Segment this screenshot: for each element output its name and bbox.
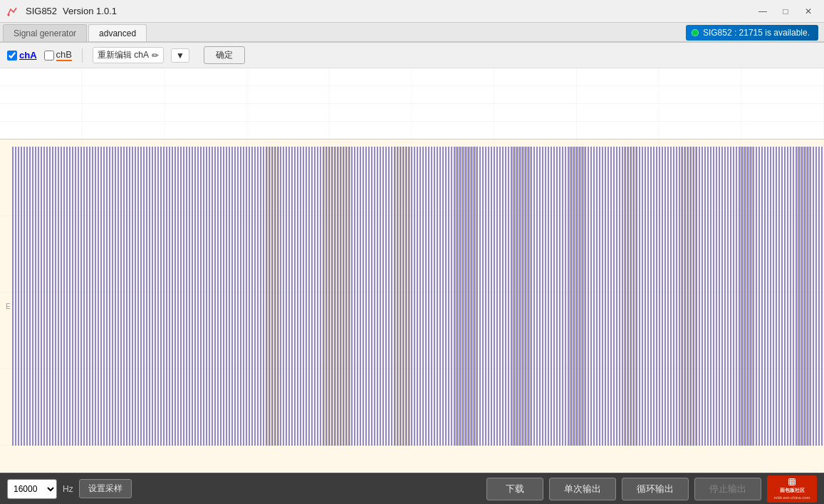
sample-rate-select[interactable]: 16000 8000 22050 44100 48000	[7, 479, 57, 499]
axis-marker: E	[6, 303, 11, 310]
minimize-button[interactable]: —	[753, 4, 773, 19]
community-badge: 面包板社区 mbb.eet-china.com	[767, 476, 817, 503]
svg-point-0	[8, 14, 10, 16]
cha-checkbox-item[interactable]: chA	[7, 50, 37, 61]
chb-checkbox[interactable]	[44, 51, 54, 61]
stop-output-button[interactable]: 停止输出	[694, 478, 761, 500]
chb-checkbox-item[interactable]: chB	[44, 49, 72, 61]
window-controls: — □ ✕	[753, 4, 818, 19]
cha-label: chA	[19, 50, 37, 61]
svg-rect-5	[0, 68, 824, 139]
tab-advanced-label: advanced	[99, 28, 136, 38]
bottom-bar: 16000 8000 22050 44100 48000 Hz 设置采样 下载 …	[0, 473, 824, 504]
loop-output-button[interactable]: 循环输出	[622, 478, 689, 500]
chb-label: chB	[56, 49, 72, 60]
set-sample-button[interactable]: 设置采样	[79, 479, 132, 498]
single-output-button[interactable]: 单次输出	[549, 478, 616, 500]
app-title: SIG852	[26, 6, 57, 16]
cha-checkbox[interactable]	[7, 51, 17, 61]
toolbar-sep	[82, 48, 83, 63]
status-dot	[692, 29, 699, 36]
main-window: Signal generator advanced SIG852 : 21715…	[0, 23, 824, 504]
title-bar: SIG852 Version 1.0.1 — □ ✕	[0, 0, 824, 23]
chb-underline	[56, 60, 72, 61]
maximize-button[interactable]: □	[776, 4, 796, 19]
community-name: 面包板社区	[780, 487, 805, 494]
edit-cha-button[interactable]: 重新编辑 chA ✏	[93, 47, 164, 63]
dropdown-button[interactable]: ▼	[171, 48, 189, 63]
app-icon	[6, 4, 20, 19]
hz-label: Hz	[63, 484, 73, 494]
tab-signal-generator-label: Signal generator	[14, 28, 76, 38]
dropdown-icon: ▼	[176, 51, 184, 61]
community-logo: 面包板社区 mbb.eet-china.com	[767, 476, 817, 503]
status-text: SIG852 : 21715 is available.	[703, 28, 810, 38]
close-button[interactable]: ✕	[798, 4, 818, 19]
pencil-icon: ✏	[152, 51, 159, 61]
tab-bar: Signal generator advanced SIG852 : 21715…	[0, 23, 824, 43]
waveform-top-area	[0, 68, 824, 140]
tab-advanced[interactable]: advanced	[88, 24, 147, 41]
toolbar: chA chB 重新编辑 chA ✏ ▼ 确定	[0, 43, 824, 68]
waveform-svg	[0, 140, 824, 446]
waveform-main-area: E	[0, 140, 824, 473]
community-url: mbb.eet-china.com	[773, 495, 810, 500]
download-button[interactable]: 下载	[486, 478, 543, 500]
app-version: Version 1.0.1	[63, 6, 117, 16]
tab-signal-generator[interactable]: Signal generator	[3, 24, 87, 41]
status-badge: SIG852 : 21715 is available.	[686, 25, 818, 41]
waveform-top-svg	[0, 68, 824, 139]
edit-cha-label: 重新编辑 chA	[98, 49, 149, 61]
confirm-button[interactable]: 确定	[204, 46, 245, 64]
